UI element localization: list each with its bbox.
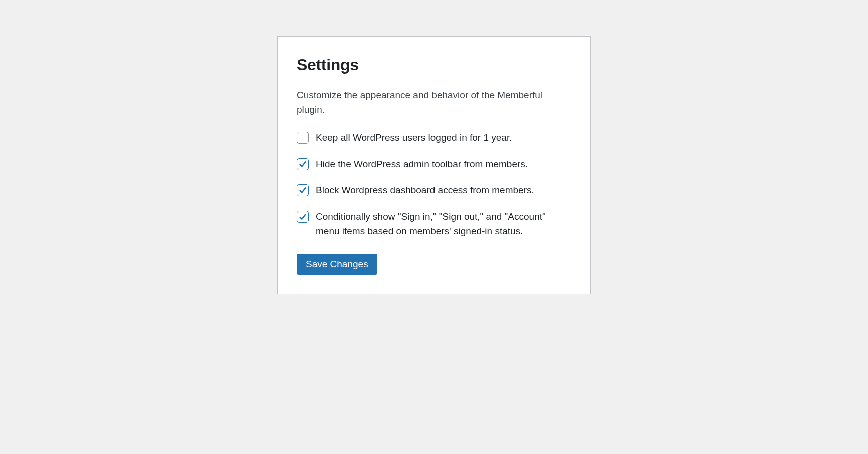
checkbox-hide-admin-toolbar[interactable]: [297, 158, 309, 170]
option-label[interactable]: Hide the WordPress admin toolbar from me…: [316, 157, 528, 172]
checkmark-icon: [298, 212, 307, 221]
checkmark-icon: [298, 186, 307, 195]
checkbox-keep-logged-in[interactable]: [297, 132, 309, 144]
option-block-dashboard: Block Wordpress dashboard access from me…: [297, 183, 571, 198]
option-conditional-menu: Conditionally show "Sign in," "Sign out,…: [297, 210, 571, 239]
checkmark-icon: [298, 160, 307, 169]
save-changes-button[interactable]: Save Changes: [297, 254, 377, 275]
option-label[interactable]: Keep all WordPress users logged in for 1…: [316, 131, 512, 145]
panel-title: Settings: [297, 56, 571, 74]
option-hide-admin-toolbar: Hide the WordPress admin toolbar from me…: [297, 157, 571, 172]
option-label[interactable]: Conditionally show "Sign in," "Sign out,…: [316, 210, 571, 239]
panel-description: Customize the appearance and behavior of…: [297, 88, 571, 117]
checkbox-conditional-menu[interactable]: [297, 211, 309, 223]
option-label[interactable]: Block Wordpress dashboard access from me…: [316, 183, 534, 198]
settings-panel: Settings Customize the appearance and be…: [277, 36, 591, 294]
checkbox-block-dashboard[interactable]: [297, 184, 309, 196]
option-keep-logged-in: Keep all WordPress users logged in for 1…: [297, 131, 571, 145]
